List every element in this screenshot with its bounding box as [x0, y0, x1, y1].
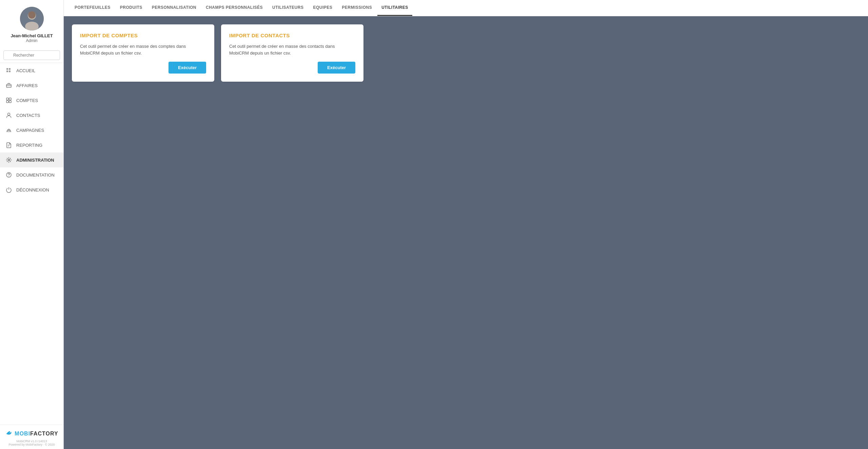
- tab-portefeuilles[interactable]: PORTEFEUILLES: [71, 0, 115, 16]
- svg-rect-8: [6, 70, 8, 72]
- sidebar-item-label-reporting: REPORTING: [16, 143, 42, 148]
- svg-rect-9: [9, 70, 11, 72]
- tab-utilisateurs[interactable]: UTILISATEURS: [268, 0, 308, 16]
- main-content: PORTEFEUILLES PRODUITS PERSONNALISATION …: [64, 0, 868, 449]
- svg-point-17: [8, 131, 9, 132]
- svg-rect-12: [6, 98, 8, 100]
- home-icon: [5, 67, 12, 74]
- svg-point-22: [8, 176, 9, 177]
- card-footer-import-contacts: Exécuter: [229, 62, 355, 74]
- sidebar-item-documentation[interactable]: DOCUMENTATION: [0, 167, 63, 182]
- sidebar: Jean-Michel GILLET Admin: [0, 0, 64, 449]
- sidebar-item-label-documentation: DOCUMENTATION: [16, 172, 55, 178]
- profile-role: Admin: [26, 38, 37, 43]
- svg-rect-14: [6, 101, 8, 103]
- card-title-import-comptes: IMPORT DE COMPTES: [80, 33, 206, 38]
- sidebar-item-label-contacts: CONTACTS: [16, 113, 40, 118]
- svg-rect-15: [9, 101, 11, 103]
- executer-button-contacts[interactable]: Exécuter: [318, 62, 355, 74]
- question-icon: [5, 171, 12, 178]
- briefcase-icon: [5, 82, 12, 89]
- nav-menu: ACCUEIL AFFAIRES: [0, 63, 63, 425]
- sidebar-item-label-accueil: ACCUEIL: [16, 68, 35, 73]
- version-text: MobiCRM v1.0 r14013: [3, 440, 60, 443]
- executer-button-comptes[interactable]: Exécuter: [169, 62, 206, 74]
- card-import-comptes: IMPORT DE COMPTES Cet outil permet de cr…: [72, 24, 214, 82]
- sidebar-item-label-campagnes: CAMPAGNES: [16, 128, 44, 133]
- powered-text: Powered by MobiFactory · © 2020: [3, 443, 60, 446]
- avatar: [20, 7, 44, 30]
- sidebar-footer: MOBIFACTORY MobiCRM v1.0 r14013 Powered …: [0, 425, 63, 449]
- sidebar-item-accueil[interactable]: ACCUEIL: [0, 63, 63, 78]
- card-title-import-contacts: IMPORT DE CONTACTS: [229, 33, 355, 38]
- sidebar-item-label-administration: ADMINISTRATION: [16, 158, 54, 163]
- tab-utilitaires[interactable]: UTILITAIRES: [377, 0, 412, 16]
- svg-rect-6: [6, 68, 8, 70]
- sidebar-item-contacts[interactable]: CONTACTS: [0, 108, 63, 123]
- sidebar-item-label-deconnexion: DÉCONNEXION: [16, 187, 49, 192]
- sidebar-item-affaires[interactable]: AFFAIRES: [0, 78, 63, 93]
- tab-personnalisation[interactable]: PERSONNALISATION: [148, 0, 200, 16]
- card-desc-import-contacts: Cet outil permet de créer en masse des c…: [229, 43, 355, 56]
- sidebar-profile: Jean-Michel GILLET Admin: [0, 0, 63, 48]
- sidebar-item-label-affaires: AFFAIRES: [16, 83, 38, 88]
- sidebar-item-comptes[interactable]: COMPTES: [0, 93, 63, 108]
- person-icon: [5, 112, 12, 119]
- content-area: IMPORT DE COMPTES Cet outil permet de cr…: [64, 16, 868, 449]
- search-container: [0, 48, 63, 63]
- grid-icon: [5, 97, 12, 104]
- tab-permissions[interactable]: PERMISSIONS: [338, 0, 376, 16]
- card-footer-import-comptes: Exécuter: [80, 62, 206, 74]
- search-input[interactable]: [3, 50, 60, 60]
- svg-rect-13: [9, 98, 11, 100]
- top-nav: PORTEFEUILLES PRODUITS PERSONNALISATION …: [64, 0, 868, 16]
- file-icon: [5, 142, 12, 148]
- tab-produits[interactable]: PRODUITS: [116, 0, 146, 16]
- profile-name: Jean-Michel GILLET: [11, 33, 53, 38]
- svg-point-20: [8, 159, 10, 161]
- bird-icon: [5, 429, 13, 438]
- sidebar-item-campagnes[interactable]: CAMPAGNES: [0, 123, 63, 138]
- tab-equipes[interactable]: EQUIPES: [309, 0, 336, 16]
- svg-rect-7: [9, 68, 11, 70]
- sidebar-item-administration[interactable]: ADMINISTRATION: [0, 152, 63, 167]
- signal-icon: [5, 127, 12, 134]
- sidebar-item-reporting[interactable]: REPORTING: [0, 138, 63, 152]
- tab-champs-personnalises[interactable]: CHAMPS PERSONNALISÉS: [202, 0, 267, 16]
- card-desc-import-comptes: Cet outil permet de créer en masse des c…: [80, 43, 206, 56]
- brand-name: MOBIFACTORY: [15, 431, 58, 437]
- gear-icon: [5, 157, 12, 163]
- sidebar-item-label-comptes: COMPTES: [16, 98, 38, 103]
- brand-logo: MOBIFACTORY: [3, 429, 60, 438]
- power-icon: [5, 186, 12, 193]
- card-import-contacts: IMPORT DE CONTACTS Cet outil permet de c…: [221, 24, 363, 82]
- svg-point-16: [8, 113, 10, 116]
- sidebar-item-deconnexion[interactable]: DÉCONNEXION: [0, 182, 63, 197]
